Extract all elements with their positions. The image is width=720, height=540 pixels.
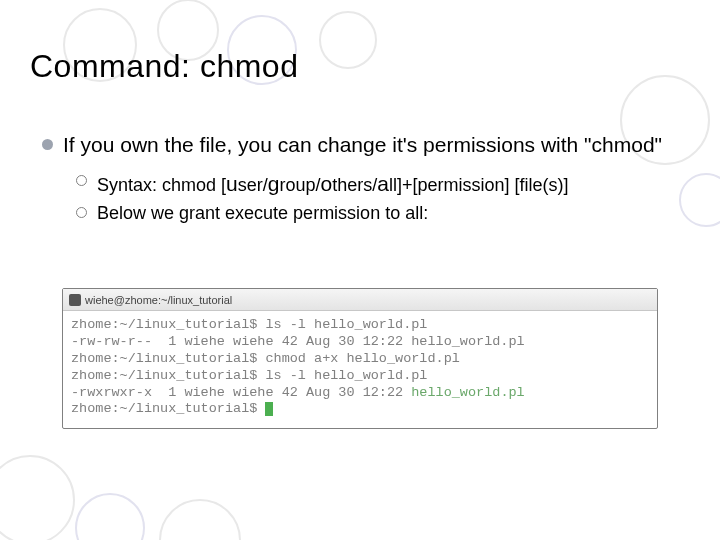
svg-point-7	[76, 494, 144, 540]
terminal-line: -rw-rw-r-- 1 wiehe wiehe 42 Aug 30 12:22…	[71, 334, 525, 349]
terminal-icon	[69, 294, 81, 306]
terminal-prompt: zhome:~/linux_tutorial$	[71, 401, 265, 416]
syntax-em-u: u	[226, 172, 238, 195]
bullet-icon	[42, 139, 53, 150]
terminal-line: -rwxrwxr-x 1 wiehe wiehe 42 Aug 30 12:22	[71, 385, 411, 400]
syntax-text: ll]+[permission] [file(s)]	[389, 175, 569, 195]
terminal-cursor	[265, 402, 273, 416]
svg-point-3	[320, 12, 376, 68]
sub-bullet-text: Syntax: chmod [user/group/others/all]+[p…	[97, 170, 568, 197]
bullet-item: If you own the file, you can change it's…	[42, 132, 680, 158]
terminal-line: zhome:~/linux_tutorial$ ls -l hello_worl…	[71, 317, 427, 332]
sub-bullet-text: Below we grant execute permission to all…	[97, 202, 428, 225]
terminal-executable-name: hello_world.pl	[411, 385, 524, 400]
syntax-text: ser/	[238, 175, 268, 195]
syntax-em-g: g	[268, 172, 280, 195]
terminal-window: wiehe@zhome:~/linux_tutorial zhome:~/lin…	[62, 288, 658, 429]
hollow-bullet-icon	[76, 207, 87, 218]
syntax-text: thers/	[332, 175, 377, 195]
terminal-titlebar: wiehe@zhome:~/linux_tutorial	[63, 289, 657, 311]
terminal-title-text: wiehe@zhome:~/linux_tutorial	[85, 294, 232, 306]
syntax-em-o: o	[320, 172, 332, 195]
syntax-text: roup/	[279, 175, 320, 195]
sub-bullet-item: Syntax: chmod [user/group/others/all]+[p…	[76, 170, 680, 197]
slide-title: Command: chmod	[30, 48, 298, 85]
syntax-em-a: a	[377, 172, 389, 195]
syntax-text: Syntax: chmod [	[97, 175, 226, 195]
terminal-line: zhome:~/linux_tutorial$ ls -l hello_worl…	[71, 368, 427, 383]
svg-point-8	[160, 500, 240, 540]
svg-point-6	[0, 456, 74, 540]
bullet-text: If you own the file, you can change it's…	[63, 132, 662, 158]
sub-bullet-item: Below we grant execute permission to all…	[76, 202, 680, 225]
svg-point-5	[680, 174, 720, 226]
slide-body: If you own the file, you can change it's…	[42, 132, 680, 229]
terminal-output: zhome:~/linux_tutorial$ ls -l hello_worl…	[63, 311, 657, 428]
terminal-line: zhome:~/linux_tutorial$ chmod a+x hello_…	[71, 351, 460, 366]
hollow-bullet-icon	[76, 175, 87, 186]
